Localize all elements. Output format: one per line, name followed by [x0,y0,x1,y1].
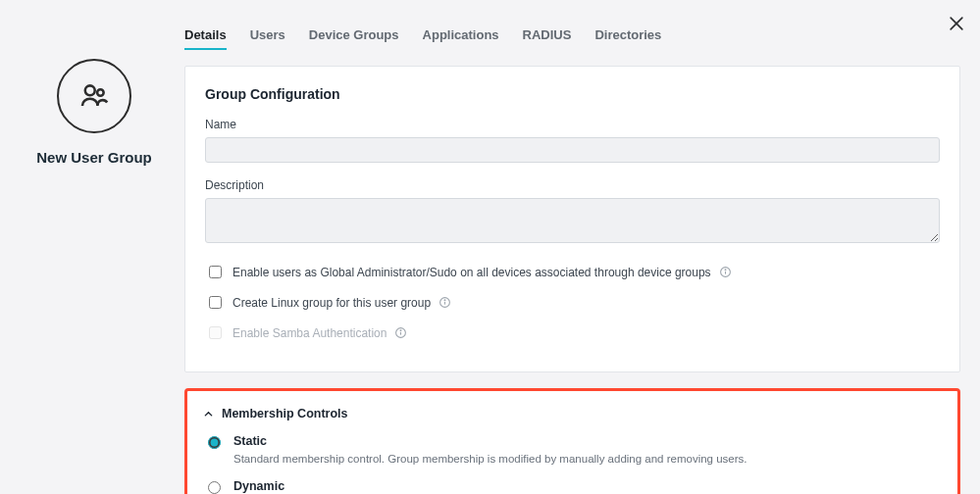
membership-toggle[interactable]: Membership Controls [203,407,938,420]
info-icon[interactable] [719,266,732,278]
tabs: Details Users Device Groups Applications… [184,27,960,58]
svg-point-9 [444,300,445,301]
radio-dynamic-row: Dynamic Membership is managed based on w… [203,479,938,494]
name-input[interactable] [205,137,940,163]
checkbox-samba-label: Enable Samba Authentication [232,326,387,340]
svg-point-12 [401,330,402,331]
checkbox-linux-group-row: Create Linux group for this user group [205,293,940,312]
users-icon [77,79,111,113]
panel-heading: Group Configuration [205,86,940,102]
radio-static[interactable] [208,436,221,449]
checkbox-samba [209,326,222,339]
checkbox-samba-row: Enable Samba Authentication [205,323,940,342]
checkbox-linux-group[interactable] [209,296,222,309]
tab-details[interactable]: Details [184,27,227,50]
side-summary: New User Group [20,27,169,166]
tab-users[interactable]: Users [250,27,285,50]
svg-point-6 [725,270,726,271]
checkbox-global-admin-row: Enable users as Global Administrator/Sud… [205,263,940,281]
close-icon[interactable] [947,14,966,33]
page-title: New User Group [36,149,152,166]
group-configuration-panel: Group Configuration Name Description Ena… [184,66,960,372]
group-avatar [57,59,131,133]
radio-static-row: Static Standard membership control. Grou… [203,434,938,468]
name-label: Name [205,118,940,131]
membership-controls-panel: Membership Controls Static Standard memb… [184,388,960,494]
checkbox-global-admin-label: Enable users as Global Administrator/Sud… [232,266,711,279]
tab-device-groups[interactable]: Device Groups [309,27,399,50]
radio-static-desc: Standard membership control. Group membe… [233,451,748,468]
radio-dynamic[interactable] [208,481,221,494]
svg-point-2 [85,85,95,95]
info-icon[interactable] [438,296,451,309]
tab-radius[interactable]: RADIUS [523,27,572,50]
membership-heading: Membership Controls [222,407,348,420]
tab-applications[interactable]: Applications [423,27,499,50]
tab-directories[interactable]: Directories [594,27,661,50]
radio-dynamic-title: Dynamic [233,479,938,493]
description-input[interactable] [205,198,940,243]
radio-static-title: Static [233,434,748,448]
info-icon[interactable] [394,326,407,339]
checkbox-global-admin[interactable] [209,266,222,278]
checkbox-linux-group-label: Create Linux group for this user group [232,296,431,310]
chevron-up-icon [203,409,214,420]
description-label: Description [205,178,940,192]
svg-point-3 [97,89,104,96]
